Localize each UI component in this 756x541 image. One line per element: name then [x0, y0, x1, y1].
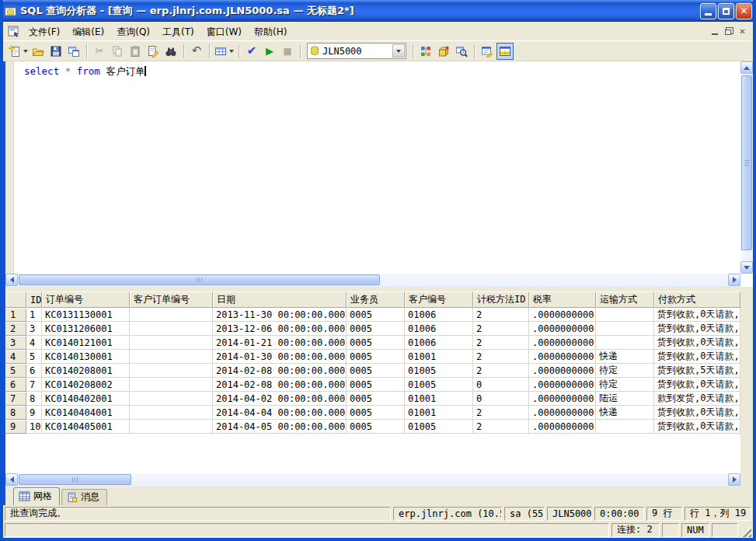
insert-template-button[interactable]: [65, 43, 82, 60]
find-button[interactable]: [162, 43, 179, 60]
grid-cell[interactable]: 01001: [405, 406, 473, 420]
grid-cell[interactable]: 5: [26, 350, 42, 364]
maximize-button[interactable]: [718, 3, 734, 19]
grid-cell[interactable]: [130, 308, 213, 322]
grid-cell[interactable]: 4: [26, 336, 42, 350]
grid-cell[interactable]: KC0131130001: [42, 308, 130, 322]
grid-cell[interactable]: 快递: [596, 350, 654, 364]
grid-cell[interactable]: 2014-01-21 00:00:00.000: [213, 336, 347, 350]
menu-item-4[interactable]: 窗口(W): [200, 24, 248, 40]
grid-cell[interactable]: 0: [473, 378, 529, 392]
grid-cell[interactable]: 货到收款,0天请款,: [654, 308, 740, 322]
grid-cell[interactable]: 货到收款,0天请款,: [654, 350, 740, 364]
scroll-right-button[interactable]: [728, 473, 740, 486]
new-query-dropdown-icon[interactable]: [23, 50, 28, 53]
grid-cell[interactable]: [130, 322, 213, 336]
grid-cell[interactable]: .0000000000: [529, 336, 596, 350]
grid-cell[interactable]: 01006: [405, 322, 473, 336]
grid-column-header-7[interactable]: 税率: [529, 291, 596, 308]
grid-cell[interactable]: [130, 364, 213, 378]
grid-cell[interactable]: .0000000000: [529, 322, 596, 336]
grid-cell[interactable]: .0000000000: [529, 420, 596, 434]
grid-cell[interactable]: 6: [26, 364, 42, 378]
paste-button[interactable]: [127, 43, 144, 60]
grid-cell[interactable]: KC0140405001: [42, 420, 130, 434]
row-number-cell[interactable]: 8: [5, 406, 26, 420]
grid-cell[interactable]: 01001: [405, 350, 473, 364]
grid-cell[interactable]: [596, 336, 654, 350]
query-editor[interactable]: select * from 客户订单: [5, 61, 740, 274]
grid-corner-cell[interactable]: [5, 291, 26, 308]
grid-cell[interactable]: KC0140208001: [42, 364, 130, 378]
grid-cell[interactable]: 0005: [347, 322, 405, 336]
grid-cell[interactable]: 2014-02-08 00:00:00.000: [213, 364, 347, 378]
grid-cell[interactable]: .0000000000: [529, 406, 596, 420]
parse-query-button[interactable]: ✔: [243, 43, 260, 60]
close-button[interactable]: ✕: [736, 3, 752, 19]
editor-vertical-scrollbar[interactable]: [740, 61, 753, 274]
grid-cell[interactable]: KC0140121001: [42, 336, 130, 350]
execution-mode-button[interactable]: [214, 43, 235, 60]
grid-cell[interactable]: 01006: [405, 336, 473, 350]
grid-cell[interactable]: 01005: [405, 364, 473, 378]
tab-messages[interactable]: 消息: [61, 489, 107, 505]
menu-item-3[interactable]: 工具(T): [156, 24, 200, 40]
cut-button[interactable]: ✂: [91, 43, 108, 60]
database-combo-dropdown[interactable]: [392, 44, 405, 58]
grid-cell[interactable]: 2014-01-30 00:00:00.000: [213, 350, 347, 364]
grid-cell[interactable]: .0000000000: [529, 350, 596, 364]
grid-cell[interactable]: .0000000000: [529, 378, 596, 392]
title-bar[interactable]: SQL 查询分析器 - [查询 — erp.jlnrj.com.JLN5000.…: [0, 0, 756, 22]
grid-cell[interactable]: 款到发货,0天请款,: [654, 392, 740, 406]
execution-plan-button[interactable]: [417, 43, 434, 60]
connection-properties-button[interactable]: [479, 43, 496, 60]
menu-item-1[interactable]: 编辑(E): [66, 24, 110, 40]
menu-item-2[interactable]: 查询(Q): [110, 24, 156, 40]
scroll-right-button[interactable]: [728, 274, 740, 286]
grid-cell[interactable]: 0005: [347, 336, 405, 350]
scroll-left-button[interactable]: [5, 274, 18, 286]
minimize-button[interactable]: [700, 3, 716, 19]
grid-cell[interactable]: [596, 420, 654, 434]
show-results-pane-button[interactable]: [496, 43, 514, 60]
save-button[interactable]: [47, 43, 64, 60]
grid-cell[interactable]: 2014-04-04 00:00:00.000: [213, 406, 347, 420]
grid-cell[interactable]: 0005: [347, 308, 405, 322]
grid-cell[interactable]: 0005: [347, 392, 405, 406]
grid-cell[interactable]: KC0140208002: [42, 378, 130, 392]
menu-item-5[interactable]: 帮助(H): [248, 24, 293, 40]
grid-cell[interactable]: 7: [26, 378, 42, 392]
editor-horizontal-scrollbar[interactable]: [5, 274, 740, 287]
grid-column-header-0[interactable]: ID: [26, 291, 42, 308]
grid-column-header-6[interactable]: 计税方法ID: [473, 291, 529, 308]
grid-cell[interactable]: 0005: [347, 350, 405, 364]
grid-column-header-1[interactable]: 订单编号: [42, 291, 130, 308]
row-number-cell[interactable]: 5: [5, 364, 26, 378]
grid-cell[interactable]: 待定: [596, 364, 654, 378]
grid-cell[interactable]: 01005: [405, 420, 473, 434]
grid-cell[interactable]: 2: [473, 308, 529, 322]
results-horizontal-scrollbar[interactable]: [5, 473, 740, 487]
tab-grid[interactable]: 网格: [13, 487, 60, 505]
grid-cell[interactable]: 2: [473, 364, 529, 378]
grid-cell[interactable]: 3: [26, 322, 42, 336]
sql-code[interactable]: select * from 客户订单: [14, 61, 740, 274]
grid-cell[interactable]: 01006: [405, 308, 473, 322]
editor-vscroll-thumb[interactable]: [741, 75, 752, 250]
scroll-left-button[interactable]: [5, 473, 18, 486]
scroll-up-button[interactable]: [740, 61, 753, 74]
grid-cell[interactable]: [130, 392, 213, 406]
grid-cell[interactable]: [130, 350, 213, 364]
row-number-cell[interactable]: 6: [5, 378, 26, 392]
grid-cell[interactable]: .0000000000: [529, 308, 596, 322]
grid-cell[interactable]: [130, 378, 213, 392]
grid-cell[interactable]: KC0140404001: [42, 406, 130, 420]
grid-cell[interactable]: KC0140402001: [42, 392, 130, 406]
grid-column-header-4[interactable]: 业务员: [347, 291, 405, 308]
mdi-close-button[interactable]: ✕: [736, 26, 749, 37]
grid-cell[interactable]: 01001: [405, 392, 473, 406]
grid-cell[interactable]: 货到收款,0天请款,: [654, 406, 740, 420]
row-number-cell[interactable]: 3: [5, 336, 26, 350]
grid-column-header-9[interactable]: 付款方式: [654, 291, 740, 308]
grid-cell[interactable]: 1: [26, 308, 42, 322]
